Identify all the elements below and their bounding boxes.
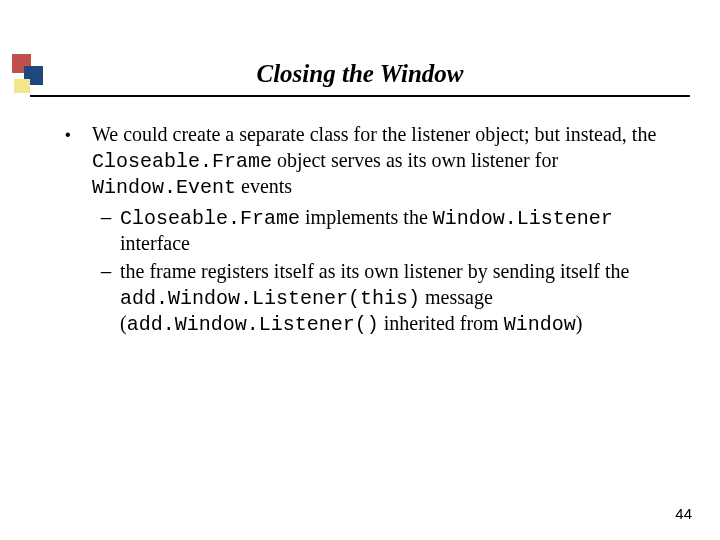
sub2-part1: the frame registers itself as its own li…	[120, 260, 629, 282]
slide-title: Closing the Window	[0, 60, 720, 88]
bullet-item: • We could create a separate class for t…	[65, 122, 680, 338]
title-underline	[30, 95, 690, 97]
sub2-text: the frame registers itself as its own li…	[120, 259, 680, 338]
sub1-code2: Window.Listener	[433, 207, 613, 230]
sub-marker: –	[92, 259, 120, 283]
bullet-text-part3: events	[236, 175, 292, 197]
bullet-marker: •	[65, 122, 92, 145]
sub2-part3: inherited from	[379, 312, 504, 334]
sub1-part1: implements the	[300, 206, 433, 228]
bullet-text-part1: We could create a separate class for the…	[92, 123, 656, 145]
bullet-code2: Window.Event	[92, 176, 236, 199]
sub-item-1: – Closeable.Frame implements the Window.…	[92, 205, 680, 257]
page-number: 44	[675, 505, 692, 522]
slide-body: • We could create a separate class for t…	[65, 122, 680, 338]
bullet-text: We could create a separate class for the…	[92, 122, 680, 338]
sub2-code1: add.Window.Listener(this)	[120, 287, 420, 310]
sub1-code1: Closeable.Frame	[120, 207, 300, 230]
sub-marker: –	[92, 205, 120, 229]
sub2-code3: Window	[504, 313, 576, 336]
sub1-part2: interface	[120, 232, 190, 254]
sub2-code2: add.Window.Listener()	[127, 313, 379, 336]
bullet-text-part2: object serves as its own listener for	[272, 149, 558, 171]
sub-list: – Closeable.Frame implements the Window.…	[92, 205, 680, 338]
sub-item-2: – the frame registers itself as its own …	[92, 259, 680, 338]
sub1-text: Closeable.Frame implements the Window.Li…	[120, 205, 680, 257]
bullet-code1: Closeable.Frame	[92, 150, 272, 173]
sub2-part4: )	[576, 312, 583, 334]
